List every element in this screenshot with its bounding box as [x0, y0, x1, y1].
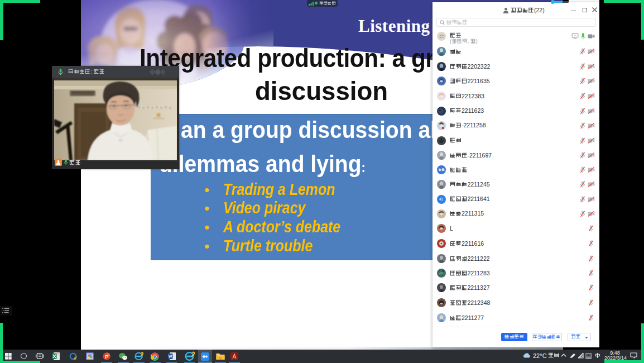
svg-text:-2211697: -2211697 [468, 152, 492, 159]
svg-text:41: 41 [439, 197, 444, 200]
svg-text:2211641: 2211641 [468, 195, 490, 202]
svg-text:2211635: 2211635 [468, 78, 490, 84]
svg-text:2212383: 2212383 [462, 93, 484, 99]
svg-text:2211277: 2211277 [462, 314, 484, 321]
svg-text:2211245: 2211245 [468, 181, 490, 188]
svg-text:2211222: 2211222 [468, 255, 490, 262]
svg-text:(: ( [450, 38, 452, 44]
svg-text:2211616: 2211616 [462, 240, 484, 247]
svg-text:2211283: 2211283 [468, 270, 490, 276]
svg-text:2211327: 2211327 [468, 284, 490, 291]
svg-text:,: , [468, 38, 469, 44]
svg-text:2211315: 2211315 [462, 211, 484, 217]
svg-text::: : [90, 69, 92, 75]
svg-text:P: P [105, 354, 109, 360]
svg-text:-2211258: -2211258 [462, 122, 486, 129]
svg-text:2211623: 2211623 [462, 107, 484, 114]
svg-text:2202322: 2202322 [468, 63, 491, 70]
svg-text:L: L [450, 225, 453, 232]
svg-text:): ) [475, 38, 477, 44]
svg-text:2212348: 2212348 [468, 299, 491, 306]
